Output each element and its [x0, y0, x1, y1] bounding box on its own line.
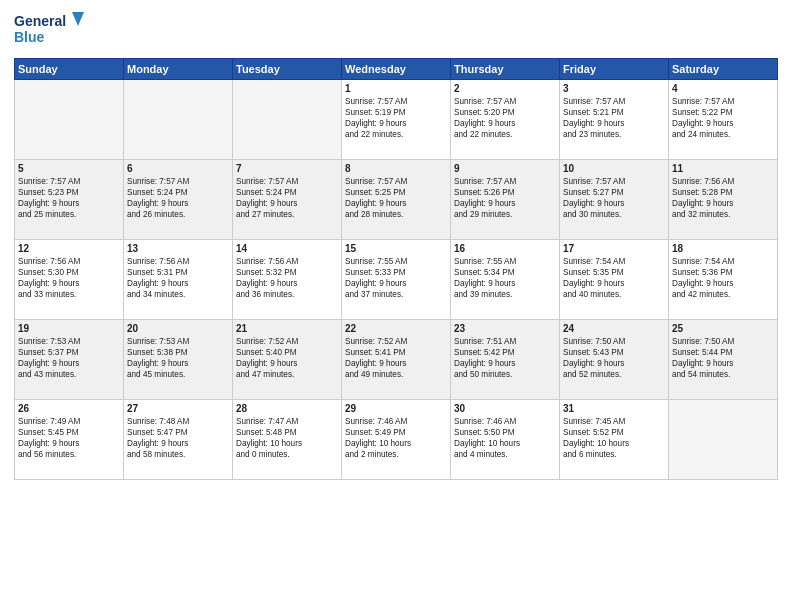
- day-info: Sunrise: 7:55 AM Sunset: 5:33 PM Dayligh…: [345, 256, 447, 300]
- day-number: 12: [18, 243, 120, 254]
- day-info: Sunrise: 7:57 AM Sunset: 5:25 PM Dayligh…: [345, 176, 447, 220]
- calendar-cell: 3Sunrise: 7:57 AM Sunset: 5:21 PM Daylig…: [560, 80, 669, 160]
- day-number: 10: [563, 163, 665, 174]
- day-info: Sunrise: 7:52 AM Sunset: 5:41 PM Dayligh…: [345, 336, 447, 380]
- calendar-cell: 5Sunrise: 7:57 AM Sunset: 5:23 PM Daylig…: [15, 160, 124, 240]
- day-info: Sunrise: 7:54 AM Sunset: 5:35 PM Dayligh…: [563, 256, 665, 300]
- logo-svg: General Blue: [14, 10, 84, 50]
- day-number: 22: [345, 323, 447, 334]
- day-number: 3: [563, 83, 665, 94]
- day-info: Sunrise: 7:54 AM Sunset: 5:36 PM Dayligh…: [672, 256, 774, 300]
- calendar-cell: 8Sunrise: 7:57 AM Sunset: 5:25 PM Daylig…: [342, 160, 451, 240]
- day-number: 14: [236, 243, 338, 254]
- day-info: Sunrise: 7:57 AM Sunset: 5:24 PM Dayligh…: [236, 176, 338, 220]
- calendar-cell: 17Sunrise: 7:54 AM Sunset: 5:35 PM Dayli…: [560, 240, 669, 320]
- day-number: 9: [454, 163, 556, 174]
- calendar-table: SundayMondayTuesdayWednesdayThursdayFrid…: [14, 58, 778, 480]
- weekday-header-row: SundayMondayTuesdayWednesdayThursdayFrid…: [15, 59, 778, 80]
- calendar-cell: 15Sunrise: 7:55 AM Sunset: 5:33 PM Dayli…: [342, 240, 451, 320]
- day-number: 20: [127, 323, 229, 334]
- day-number: 1: [345, 83, 447, 94]
- day-info: Sunrise: 7:57 AM Sunset: 5:24 PM Dayligh…: [127, 176, 229, 220]
- week-row-3: 12Sunrise: 7:56 AM Sunset: 5:30 PM Dayli…: [15, 240, 778, 320]
- calendar-cell: 20Sunrise: 7:53 AM Sunset: 5:38 PM Dayli…: [124, 320, 233, 400]
- weekday-header-friday: Friday: [560, 59, 669, 80]
- calendar-cell: 19Sunrise: 7:53 AM Sunset: 5:37 PM Dayli…: [15, 320, 124, 400]
- weekday-header-saturday: Saturday: [669, 59, 778, 80]
- calendar-cell: 21Sunrise: 7:52 AM Sunset: 5:40 PM Dayli…: [233, 320, 342, 400]
- day-number: 17: [563, 243, 665, 254]
- calendar-cell: 2Sunrise: 7:57 AM Sunset: 5:20 PM Daylig…: [451, 80, 560, 160]
- weekday-header-tuesday: Tuesday: [233, 59, 342, 80]
- weekday-header-wednesday: Wednesday: [342, 59, 451, 80]
- day-number: 4: [672, 83, 774, 94]
- day-number: 13: [127, 243, 229, 254]
- day-info: Sunrise: 7:57 AM Sunset: 5:19 PM Dayligh…: [345, 96, 447, 140]
- day-number: 25: [672, 323, 774, 334]
- day-number: 30: [454, 403, 556, 414]
- svg-text:General: General: [14, 13, 66, 29]
- day-info: Sunrise: 7:55 AM Sunset: 5:34 PM Dayligh…: [454, 256, 556, 300]
- header: General Blue: [14, 10, 778, 50]
- day-info: Sunrise: 7:56 AM Sunset: 5:32 PM Dayligh…: [236, 256, 338, 300]
- day-number: 2: [454, 83, 556, 94]
- calendar-cell: 10Sunrise: 7:57 AM Sunset: 5:27 PM Dayli…: [560, 160, 669, 240]
- calendar-cell: 23Sunrise: 7:51 AM Sunset: 5:42 PM Dayli…: [451, 320, 560, 400]
- day-number: 11: [672, 163, 774, 174]
- day-number: 18: [672, 243, 774, 254]
- calendar-cell: 13Sunrise: 7:56 AM Sunset: 5:31 PM Dayli…: [124, 240, 233, 320]
- weekday-header-sunday: Sunday: [15, 59, 124, 80]
- day-number: 8: [345, 163, 447, 174]
- calendar-cell: 26Sunrise: 7:49 AM Sunset: 5:45 PM Dayli…: [15, 400, 124, 480]
- day-info: Sunrise: 7:52 AM Sunset: 5:40 PM Dayligh…: [236, 336, 338, 380]
- calendar-cell: 27Sunrise: 7:48 AM Sunset: 5:47 PM Dayli…: [124, 400, 233, 480]
- day-number: 24: [563, 323, 665, 334]
- svg-text:Blue: Blue: [14, 29, 45, 45]
- day-number: 16: [454, 243, 556, 254]
- week-row-1: 1Sunrise: 7:57 AM Sunset: 5:19 PM Daylig…: [15, 80, 778, 160]
- day-number: 29: [345, 403, 447, 414]
- calendar-cell: 7Sunrise: 7:57 AM Sunset: 5:24 PM Daylig…: [233, 160, 342, 240]
- day-info: Sunrise: 7:50 AM Sunset: 5:44 PM Dayligh…: [672, 336, 774, 380]
- day-number: 26: [18, 403, 120, 414]
- day-number: 6: [127, 163, 229, 174]
- day-info: Sunrise: 7:45 AM Sunset: 5:52 PM Dayligh…: [563, 416, 665, 460]
- day-info: Sunrise: 7:50 AM Sunset: 5:43 PM Dayligh…: [563, 336, 665, 380]
- weekday-header-thursday: Thursday: [451, 59, 560, 80]
- calendar-cell: 16Sunrise: 7:55 AM Sunset: 5:34 PM Dayli…: [451, 240, 560, 320]
- week-row-2: 5Sunrise: 7:57 AM Sunset: 5:23 PM Daylig…: [15, 160, 778, 240]
- day-info: Sunrise: 7:57 AM Sunset: 5:22 PM Dayligh…: [672, 96, 774, 140]
- calendar-cell: 31Sunrise: 7:45 AM Sunset: 5:52 PM Dayli…: [560, 400, 669, 480]
- day-number: 5: [18, 163, 120, 174]
- calendar-cell: [124, 80, 233, 160]
- day-info: Sunrise: 7:53 AM Sunset: 5:38 PM Dayligh…: [127, 336, 229, 380]
- day-number: 31: [563, 403, 665, 414]
- day-info: Sunrise: 7:46 AM Sunset: 5:49 PM Dayligh…: [345, 416, 447, 460]
- calendar-cell: 22Sunrise: 7:52 AM Sunset: 5:41 PM Dayli…: [342, 320, 451, 400]
- day-info: Sunrise: 7:57 AM Sunset: 5:20 PM Dayligh…: [454, 96, 556, 140]
- page: General Blue SundayMondayTuesdayWednesda…: [0, 0, 792, 612]
- calendar-cell: 1Sunrise: 7:57 AM Sunset: 5:19 PM Daylig…: [342, 80, 451, 160]
- weekday-header-monday: Monday: [124, 59, 233, 80]
- day-info: Sunrise: 7:57 AM Sunset: 5:26 PM Dayligh…: [454, 176, 556, 220]
- day-info: Sunrise: 7:47 AM Sunset: 5:48 PM Dayligh…: [236, 416, 338, 460]
- day-info: Sunrise: 7:57 AM Sunset: 5:23 PM Dayligh…: [18, 176, 120, 220]
- week-row-4: 19Sunrise: 7:53 AM Sunset: 5:37 PM Dayli…: [15, 320, 778, 400]
- logo: General Blue: [14, 10, 84, 50]
- day-number: 23: [454, 323, 556, 334]
- svg-marker-2: [72, 12, 84, 26]
- day-info: Sunrise: 7:53 AM Sunset: 5:37 PM Dayligh…: [18, 336, 120, 380]
- day-info: Sunrise: 7:57 AM Sunset: 5:21 PM Dayligh…: [563, 96, 665, 140]
- calendar-cell: [15, 80, 124, 160]
- calendar-cell: 24Sunrise: 7:50 AM Sunset: 5:43 PM Dayli…: [560, 320, 669, 400]
- calendar-cell: 11Sunrise: 7:56 AM Sunset: 5:28 PM Dayli…: [669, 160, 778, 240]
- day-number: 27: [127, 403, 229, 414]
- week-row-5: 26Sunrise: 7:49 AM Sunset: 5:45 PM Dayli…: [15, 400, 778, 480]
- calendar-cell: [669, 400, 778, 480]
- calendar-cell: 6Sunrise: 7:57 AM Sunset: 5:24 PM Daylig…: [124, 160, 233, 240]
- day-info: Sunrise: 7:56 AM Sunset: 5:31 PM Dayligh…: [127, 256, 229, 300]
- calendar-cell: 18Sunrise: 7:54 AM Sunset: 5:36 PM Dayli…: [669, 240, 778, 320]
- day-info: Sunrise: 7:56 AM Sunset: 5:30 PM Dayligh…: [18, 256, 120, 300]
- day-info: Sunrise: 7:56 AM Sunset: 5:28 PM Dayligh…: [672, 176, 774, 220]
- calendar-cell: 30Sunrise: 7:46 AM Sunset: 5:50 PM Dayli…: [451, 400, 560, 480]
